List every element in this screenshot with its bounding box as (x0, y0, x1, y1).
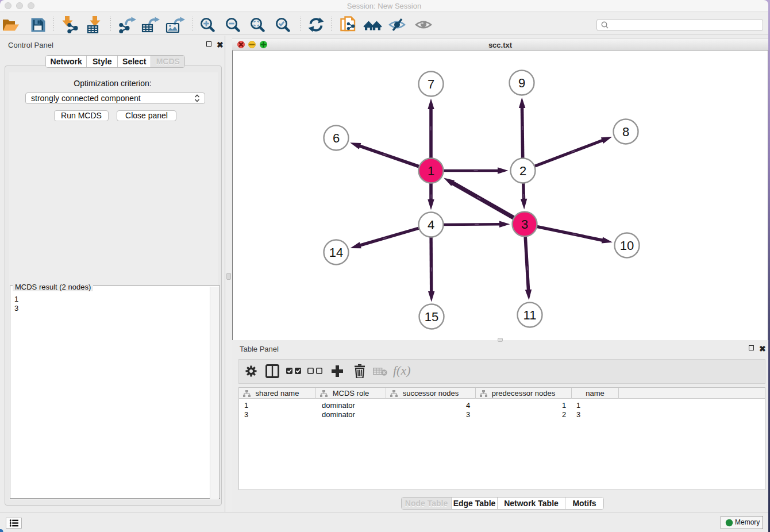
svg-text:8: 8 (622, 125, 629, 139)
svg-text:14: 14 (329, 245, 343, 260)
svg-text:3: 3 (521, 217, 528, 232)
svg-text:9: 9 (518, 76, 525, 90)
svg-text:10: 10 (620, 238, 634, 253)
svg-text:4: 4 (428, 218, 434, 232)
svg-text:1: 1 (428, 164, 434, 178)
svg-text:6: 6 (333, 131, 340, 145)
svg-text:11: 11 (523, 308, 537, 322)
svg-text:7: 7 (428, 77, 434, 91)
svg-text:2: 2 (519, 164, 526, 178)
svg-text:15: 15 (425, 310, 438, 324)
